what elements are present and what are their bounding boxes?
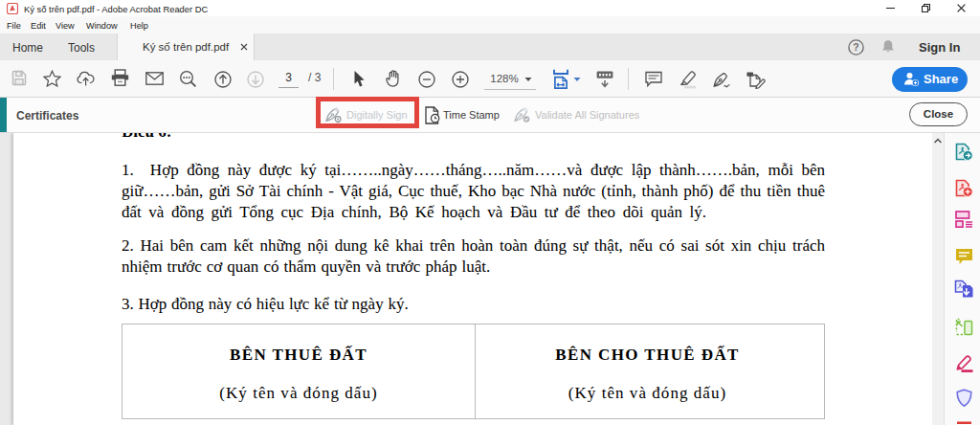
svg-text:?: ? — [853, 41, 858, 53]
